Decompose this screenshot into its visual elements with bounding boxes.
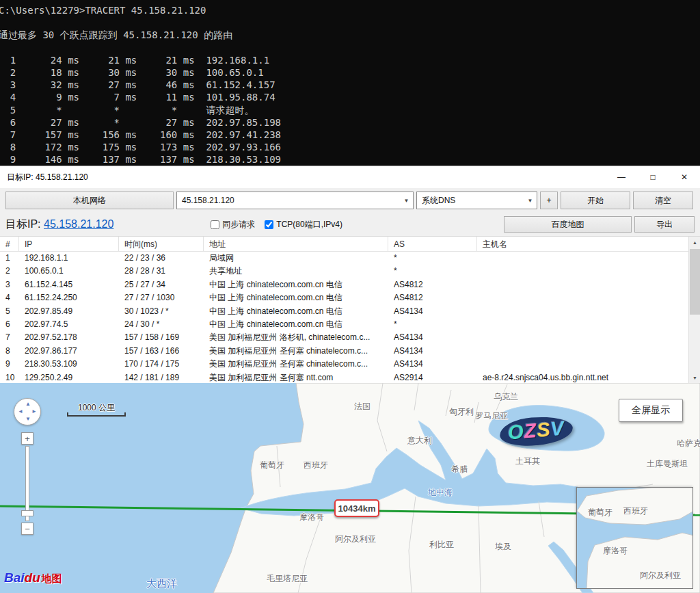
table-cell	[477, 305, 700, 318]
baidu-map-button[interactable]: 百度地图	[504, 216, 632, 233]
subbar: 目标IP: 45.158.21.120 同步请求 TCP(80端口,IPv4) …	[0, 213, 700, 236]
column-header[interactable]: AS	[388, 237, 477, 251]
toolbar: 本机网络 45.158.21.120 ▼ 系统DNS ▼ + 开始 清空	[0, 188, 700, 213]
maximize-button[interactable]: □	[637, 166, 669, 188]
table-cell: 22 / 23 / 36	[119, 252, 204, 265]
table-cell: 10	[0, 371, 19, 384]
map-label: 利比亚	[429, 539, 454, 551]
table-row[interactable]: 5202.97.85.4930 / 1023 / *中国 上海 chinatel…	[0, 305, 700, 318]
table-cell: 142 / 181 / 189	[119, 371, 204, 384]
dns-select[interactable]: 系统DNS ▼	[416, 192, 537, 209]
table-cell: 9	[0, 358, 19, 371]
start-button[interactable]: 开始	[561, 192, 630, 209]
sync-checkbox[interactable]	[211, 220, 219, 229]
column-header[interactable]: #	[0, 237, 19, 251]
baidu-map[interactable]: 法国匈牙利罗马尼亚乌克兰哈萨克斯坦意大利葡萄牙西班牙希腊土耳其土库曼斯坦地中海叙…	[0, 383, 700, 593]
tcp-checkbox[interactable]	[265, 220, 273, 229]
table-row[interactable]: 8202.97.86.177157 / 163 / 166美国 加利福尼亚州 圣…	[0, 345, 700, 358]
pan-control[interactable]: ▲ ▼ ◄ ►	[14, 398, 41, 425]
watermark-letter: V	[550, 417, 565, 440]
chevron-down-icon[interactable]: ▼	[524, 193, 536, 208]
table-cell: AS4134	[388, 331, 477, 344]
table-cell: 25 / 27 / 34	[119, 278, 204, 291]
pan-right-icon[interactable]: ►	[31, 409, 37, 414]
table-cell: *	[388, 318, 477, 331]
column-header[interactable]: IP	[19, 237, 119, 251]
map-scale-bar	[67, 412, 126, 417]
table-cell: 6	[0, 318, 19, 331]
table-row[interactable]: 9218.30.53.109170 / 174 / 175美国 加利福尼亚州 圣…	[0, 358, 700, 371]
table-row[interactable]: 6202.97.74.524 / 30 / *中国 上海 chinateleco…	[0, 318, 700, 331]
table-cell: AS4134	[388, 305, 477, 318]
clear-button[interactable]: 清空	[633, 192, 693, 209]
zoom-out-button[interactable]: −	[21, 523, 33, 535]
table-cell	[477, 345, 700, 358]
map-label: 葡萄牙	[588, 507, 612, 518]
map-label: 罗马尼亚	[475, 410, 508, 422]
map-label: 法国	[354, 401, 371, 412]
pan-left-icon[interactable]: ◄	[18, 409, 23, 414]
zoom-in-button[interactable]: +	[21, 432, 33, 445]
column-header[interactable]: 地址	[204, 237, 388, 251]
zoom-slider-handle[interactable]	[21, 510, 33, 516]
column-header[interactable]: 主机名	[477, 237, 700, 251]
table-cell	[477, 318, 700, 331]
map-label: 摩洛哥	[603, 545, 628, 557]
table-cell: 157 / 163 / 166	[119, 345, 204, 358]
export-button[interactable]: 导出	[634, 216, 695, 233]
table-cell: 中国 上海 chinatelecom.com.cn 电信	[204, 318, 388, 331]
table-row[interactable]: 2100.65.0.128 / 28 / 31共享地址*	[0, 265, 700, 278]
table-cell: 3	[0, 278, 19, 291]
map-label: 埃及	[495, 541, 511, 553]
table-cell: 美国 加利福尼亚州 圣何塞 ntt.com	[204, 371, 388, 384]
table-cell: *	[388, 252, 477, 265]
table-cell	[477, 331, 700, 344]
table-row[interactable]: 461.152.24.25027 / 27 / 1030中国 上海 chinat…	[0, 291, 700, 304]
sync-request-option[interactable]: 同步请求	[211, 219, 255, 230]
scroll-up-icon[interactable]: ▲	[689, 237, 700, 248]
column-header[interactable]: 时间(ms)	[119, 237, 204, 251]
map-label: 阿尔及利亚	[335, 533, 376, 545]
table-row[interactable]: 10129.250.2.49142 / 181 / 189美国 加利福尼亚州 圣…	[0, 371, 700, 384]
table-row[interactable]: 1192.168.1.122 / 23 / 36局域网*	[0, 252, 700, 265]
fullscreen-button[interactable]: 全屏显示	[619, 399, 683, 422]
table-cell	[477, 358, 700, 371]
window-controls: — □ ✕	[606, 166, 700, 188]
table-cell: 2	[0, 265, 19, 278]
minimize-button[interactable]: —	[606, 166, 637, 188]
target-ip-value: 45.158.21.120	[182, 196, 234, 205]
chevron-down-icon[interactable]: ▼	[401, 193, 412, 208]
table-cell: 157 / 158 / 169	[119, 331, 204, 344]
table-cell: 170 / 174 / 175	[119, 358, 204, 371]
scrollbar-thumb[interactable]	[690, 249, 700, 315]
watermark-letter: S	[536, 418, 552, 441]
tcp-option[interactable]: TCP(80端口,IPv4)	[265, 219, 342, 230]
table-cell: *	[388, 265, 477, 278]
add-button[interactable]: +	[540, 192, 558, 209]
table-row[interactable]: 361.152.4.14525 / 27 / 34中国 上海 chinatele…	[0, 278, 700, 291]
pan-up-icon[interactable]: ▲	[25, 401, 31, 407]
local-network-button[interactable]: 本机网络	[5, 192, 174, 209]
inset-map[interactable]: 葡萄牙西班牙摩洛哥阿尔及利亚	[576, 487, 693, 589]
distance-badge: 10434km	[334, 499, 379, 517]
hop-table: #IP时间(ms)地址AS主机名 1192.168.1.122 / 23 / 3…	[0, 236, 700, 384]
table-cell: AS4812	[388, 291, 477, 304]
map-label: 土耳其	[515, 456, 540, 467]
map-label: 土库曼斯坦	[647, 458, 688, 470]
hop-table-header: #IP时间(ms)地址AS主机名	[0, 237, 700, 252]
scroll-down-icon[interactable]: ▼	[689, 372, 700, 384]
table-scrollbar[interactable]: ▲ ▼	[688, 237, 700, 384]
table-cell: 218.30.53.109	[19, 358, 119, 371]
baidu-logo-cn: 地图	[42, 572, 62, 584]
target-ip-combobox[interactable]: 45.158.21.120 ▼	[176, 192, 414, 209]
table-row[interactable]: 7202.97.52.178157 / 158 / 169美国 加利福尼亚州 洛…	[0, 331, 700, 344]
titlebar[interactable]: 目标IP: 45.158.21.120 — □ ✕	[0, 166, 700, 188]
map-label: 希腊	[451, 464, 468, 475]
close-button[interactable]: ✕	[669, 166, 700, 188]
target-ip-link[interactable]: 45.158.21.120	[44, 218, 113, 230]
table-cell: 202.97.86.177	[19, 345, 119, 358]
map-label: 哈萨克斯坦	[677, 438, 700, 449]
map-label: 乌克兰	[494, 391, 518, 403]
table-cell: 中国 上海 chinatelecom.com.cn 电信	[204, 278, 388, 291]
pan-down-icon[interactable]: ▼	[25, 417, 31, 422]
